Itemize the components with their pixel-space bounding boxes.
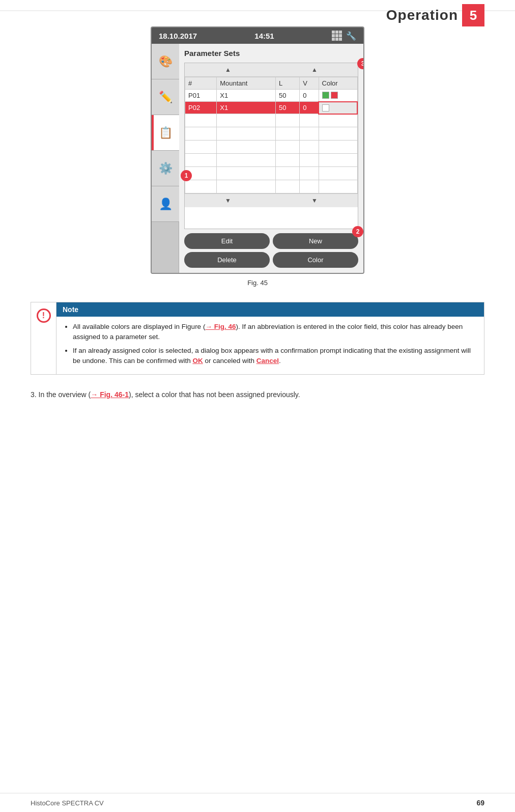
device-date: 18.10.2017 [159,32,197,40]
table-row-empty [185,141,358,154]
document-icon: 📋 [159,126,173,139]
table-row-empty [185,154,358,167]
note-box: ! Note All available colors are displaye… [31,302,484,375]
grid-icon [332,31,342,41]
row-mountant: X1 [217,90,276,102]
col-header-v: V [300,77,319,90]
note-bullet-1: All available colors are displayed in Fi… [73,322,477,343]
callout-badge-1: 1 [181,170,192,181]
clipboard-icon: ✏️ [159,91,173,104]
col-header-l: L [275,77,299,90]
param-table: # Mountant L V Color P01 X1 [185,77,358,193]
device-main-panel: Parameter Sets 1 ▲ ▲ # [179,44,363,273]
row-color [319,90,357,102]
row-id-selected: P02 [185,102,217,114]
page-footer: HistoCore SPECTRA CV 69 [0,793,515,812]
row-l-selected: 50 [275,102,299,114]
sidebar-item-document[interactable]: 📋 [152,115,179,151]
sidebar-item-colors[interactable]: 🎨 [152,44,179,79]
row-l: 50 [275,90,299,102]
swatch-red [331,92,338,99]
wrench-icon: 🔧 [346,31,356,41]
device-topbar: 18.10.2017 14:51 🔧 [152,27,363,44]
footer-brand: HistoCore SPECTRA CV [31,799,104,807]
table-row-empty [185,167,358,180]
col-header-hash: # [185,77,217,90]
row-v-selected: 0 [300,102,319,114]
device-body: 🎨 ✏️ 📋 ⚙️ 👤 Parameter Sets [152,44,363,273]
page-title: Operation [386,7,458,23]
device-screenshot: 3 18.10.2017 14:51 🔧 🎨 ✏ [151,26,364,274]
edit-button[interactable]: Edit [184,233,270,249]
row-id: P01 [185,90,217,102]
colors-icon: 🎨 [159,55,173,68]
color-swatches [322,92,354,99]
header-title-area: Operation 5 [386,4,484,26]
swatch-empty [322,104,329,111]
main-content: 3 18.10.2017 14:51 🔧 🎨 ✏ [0,11,515,415]
table-nav-bottom: ▼ ▼ [185,193,358,207]
sidebar-item-user[interactable]: 👤 [152,186,179,222]
fig-ref-46-1: → Fig. 46-1 [91,390,129,399]
note-header: Note [56,302,484,317]
sidebar-item-clipboard[interactable]: ✏️ [152,79,179,115]
topbar-icons: 🔧 [332,31,356,41]
settings-icon: ⚙️ [159,162,173,175]
user-icon: 👤 [159,198,173,211]
device-sidebar: 🎨 ✏️ 📋 ⚙️ 👤 [152,44,179,273]
device-time: 14:51 [254,32,274,40]
row-v: 0 [300,90,319,102]
swatch-green [322,92,329,99]
scroll-down-btn[interactable]: ▼ [215,196,241,205]
note-bullet-2: If an already assigned color is selected… [73,346,477,367]
note-icon-col: ! [31,302,56,374]
page-header: Operation 5 [0,0,515,11]
panel-title: Parameter Sets [184,49,358,58]
action-buttons: 2 Edit New Delete Color [184,233,358,268]
table-row-empty [185,180,358,193]
scroll-down-right-btn[interactable]: ▼ [301,196,328,205]
step-3-text: 3. In the overview (→ Fig. 46-1), select… [31,389,484,400]
delete-button[interactable]: Delete [184,252,270,268]
ok-link[interactable]: OK [192,357,203,365]
note-icon: ! [37,309,51,323]
callout-badge-2: 2 [352,226,363,237]
chapter-badge: 5 [462,4,484,26]
table-nav-top: ▲ ▲ [185,63,358,77]
param-table-wrapper: 1 ▲ ▲ # Mountant L V [184,63,358,229]
new-button[interactable]: New [273,233,358,249]
sidebar-item-settings[interactable]: ⚙️ [152,151,179,186]
color-button[interactable]: Color [273,252,358,268]
scroll-up-right-btn[interactable]: ▲ [301,65,328,74]
col-header-mountant: Mountant [217,77,276,90]
note-content: Note All available colors are displayed … [56,302,484,374]
table-row-empty [185,114,358,127]
row-mountant-selected: X1 [217,102,276,114]
footer-page-number: 69 [476,799,484,807]
table-row-empty [185,127,358,141]
table-row[interactable]: P01 X1 50 0 [185,90,358,102]
fig-label: Fig. 45 [31,279,484,287]
note-body: All available colors are displayed in Fi… [56,317,484,374]
fig-ref-46: → Fig. 46 [205,323,236,330]
col-header-color: Color [319,77,357,90]
row-color-selected [319,102,357,114]
scroll-up-btn[interactable]: ▲ [215,65,241,74]
cancel-link[interactable]: Cancel [256,357,279,365]
table-row-selected[interactable]: P02 X1 50 0 [185,102,358,114]
